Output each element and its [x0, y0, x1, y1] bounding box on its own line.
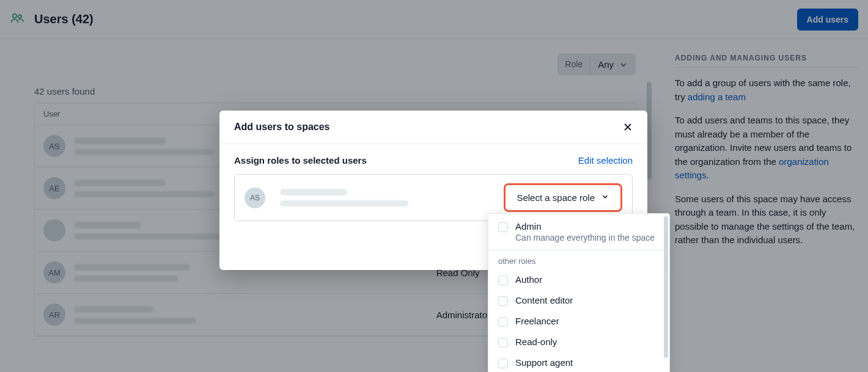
checkbox[interactable] — [498, 338, 508, 348]
dropdown-section-label: other roles — [488, 250, 669, 269]
chevron-down-icon — [601, 192, 609, 203]
select-role-label: Select a space role — [517, 192, 595, 203]
role-option-label: Read-only — [515, 337, 557, 347]
role-option[interactable]: Author — [488, 269, 669, 290]
role-option-admin[interactable]: Admin Can manage everything in the space — [488, 214, 669, 250]
checkbox[interactable] — [498, 296, 508, 306]
role-option[interactable]: Read-only — [488, 332, 669, 352]
role-option-label: Support agent — [515, 357, 573, 368]
role-dropdown: Admin Can manage everything in the space… — [488, 213, 670, 372]
checkbox[interactable] — [498, 222, 508, 232]
role-option-description: Can manage everything in the space — [515, 233, 655, 243]
edit-selection-link[interactable]: Edit selection — [578, 155, 633, 166]
redacted-name — [280, 189, 347, 195]
checkbox[interactable] — [498, 275, 508, 285]
scrollbar[interactable] — [664, 216, 668, 358]
redacted-email — [280, 200, 408, 206]
role-option-label: Author — [515, 274, 542, 285]
role-option[interactable]: Content editor — [488, 290, 669, 311]
modal-header: Add users to spaces — [219, 111, 647, 144]
role-option[interactable]: Freelancer — [488, 311, 669, 332]
modal-title: Add users to spaces — [234, 122, 330, 133]
role-option-label: Content editor — [515, 295, 573, 305]
role-option-label: Freelancer — [515, 316, 559, 326]
avatar: AS — [245, 188, 265, 208]
close-icon[interactable] — [623, 122, 633, 132]
role-option[interactable]: Support agent — [488, 352, 669, 372]
checkbox[interactable] — [498, 359, 508, 368]
assign-row: Assign roles to selected users Edit sele… — [234, 155, 633, 166]
assign-roles-text: Assign roles to selected users — [234, 155, 367, 166]
checkbox[interactable] — [498, 317, 508, 327]
user-card-left: AS — [245, 188, 408, 208]
role-option-label: Admin — [515, 221, 655, 232]
select-space-role-button[interactable]: Select a space role — [504, 183, 622, 212]
